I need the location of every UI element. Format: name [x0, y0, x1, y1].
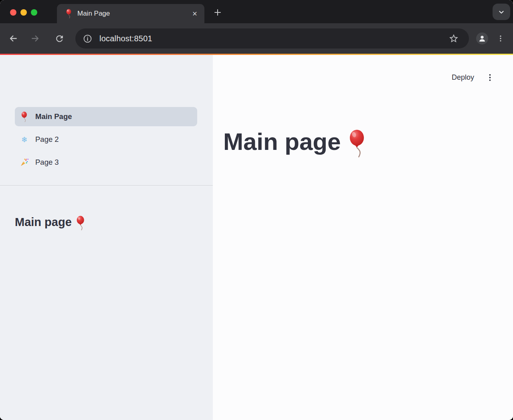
kebab-menu-icon	[486, 73, 494, 82]
kebab-menu-icon	[497, 34, 505, 43]
sidebar-item-page-3[interactable]: Page 3	[15, 153, 197, 172]
plus-icon	[213, 8, 222, 17]
sidebar-divider	[0, 185, 213, 186]
arrow-right-icon	[30, 33, 40, 44]
streamlit-header: Deploy	[213, 55, 513, 82]
balloon-icon	[348, 129, 367, 158]
sidebar-page-heading: Main page	[15, 215, 201, 230]
bookmark-star-icon[interactable]	[448, 33, 459, 44]
site-info-icon[interactable]	[82, 33, 93, 44]
address-bar[interactable]: localhost:8501	[75, 28, 469, 48]
main-content: Deploy Main page	[213, 55, 513, 420]
tab-title: Main Page	[77, 10, 110, 18]
party-popper-icon	[20, 158, 29, 167]
tab-close-icon[interactable]: ✕	[190, 9, 200, 18]
streamlit-app: Main Page ❄ Page 2 Page 3 Main page	[0, 55, 513, 420]
reload-button[interactable]	[53, 32, 66, 45]
window-close-button[interactable]	[10, 9, 16, 16]
tab-search-button[interactable]	[493, 4, 510, 20]
deploy-button[interactable]: Deploy	[452, 73, 474, 82]
sidebar-nav: Main Page ❄ Page 2 Page 3	[15, 107, 197, 172]
reload-icon	[55, 34, 65, 44]
sidebar-item-label: Page 3	[35, 158, 59, 167]
balloon-icon	[20, 111, 29, 122]
browser-toolbar: localhost:8501	[0, 23, 513, 54]
page-title: Main page	[223, 128, 513, 158]
browser-tab-strip: Main Page ✕	[0, 0, 513, 23]
browser-window: Main Page ✕ localhost:8501	[0, 0, 513, 420]
balloon-favicon-icon	[66, 9, 72, 18]
browser-tab-active[interactable]: Main Page ✕	[57, 4, 204, 23]
window-zoom-button[interactable]	[31, 9, 37, 16]
window-minimize-button[interactable]	[20, 9, 27, 16]
sidebar-item-page-2[interactable]: ❄ Page 2	[15, 130, 197, 149]
browser-menu-button[interactable]	[495, 32, 507, 45]
snowflake-icon: ❄	[20, 135, 29, 144]
new-tab-button[interactable]	[212, 7, 223, 18]
sidebar-item-main-page[interactable]: Main Page	[15, 107, 197, 126]
forward-button[interactable]	[28, 32, 42, 45]
window-controls	[10, 9, 37, 16]
arrow-left-icon	[8, 33, 18, 44]
page-title-text: Main page	[223, 128, 341, 155]
sidebar-item-label: Main Page	[35, 112, 72, 121]
chevron-down-icon	[497, 8, 506, 16]
balloon-icon	[76, 216, 86, 230]
person-icon	[478, 34, 487, 43]
app-menu-button[interactable]	[485, 73, 495, 82]
back-button[interactable]	[6, 32, 20, 45]
sidebar-heading-text: Main page	[15, 215, 72, 229]
sidebar-item-label: Page 2	[35, 135, 59, 144]
url-text[interactable]: localhost:8501	[99, 34, 152, 43]
profile-avatar-button[interactable]	[476, 32, 488, 44]
sidebar: Main Page ❄ Page 2 Page 3 Main page	[0, 55, 213, 420]
toolbar-right-buttons	[476, 32, 513, 45]
